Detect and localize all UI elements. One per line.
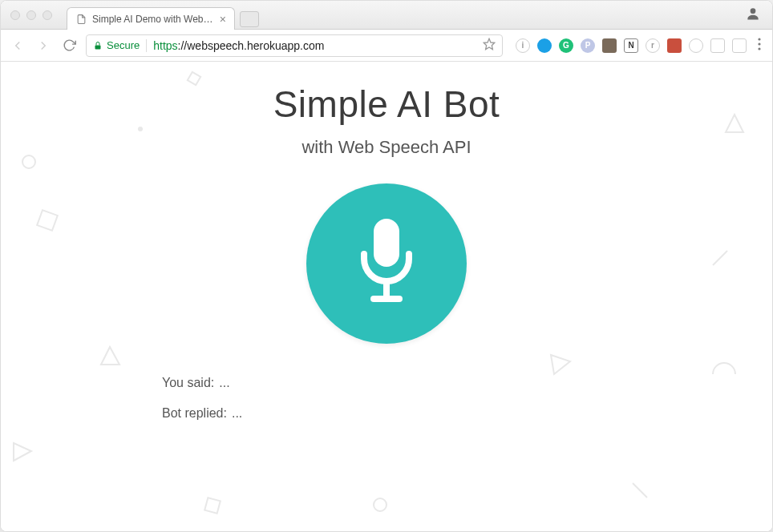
url-host: ://webspeech.herokuapp.com [178, 39, 325, 52]
back-button[interactable] [9, 37, 26, 54]
secure-indicator: Secure [93, 39, 140, 51]
tab-strip: Simple AI Demo with Web Spe... × [67, 1, 259, 29]
svg-rect-18 [374, 219, 399, 267]
you-said-value: ... [219, 376, 229, 390]
lock-icon [93, 41, 103, 50]
url-scheme: https [153, 39, 177, 52]
transcript-panel: You said: ... Bot replied: ... [162, 376, 611, 437]
cast-icon[interactable] [710, 38, 725, 53]
reload-button[interactable] [60, 37, 78, 54]
profile-icon[interactable] [745, 6, 761, 25]
ext-pin[interactable] [732, 38, 747, 53]
window-minimize-button[interactable] [26, 10, 36, 20]
bot-replied-label: Bot replied: [162, 406, 227, 421]
ext-r[interactable]: r [646, 38, 660, 53]
page-content: Simple AI Bot with Web Speech API You sa… [1, 62, 772, 531]
window-controls [10, 10, 52, 20]
ext-n[interactable]: N [624, 38, 638, 53]
page-viewport: Simple AI Bot with Web Speech API You sa… [1, 62, 772, 531]
ext-blue-dot[interactable] [537, 38, 552, 53]
divider [146, 39, 147, 52]
ext-p[interactable]: P [581, 38, 595, 53]
page-favicon-icon [75, 14, 87, 25]
toolbar: Secure https://webspeech.herokuapp.com i… [1, 30, 772, 62]
window-close-button[interactable] [10, 10, 20, 20]
extensions-row: iGPNr [516, 38, 747, 53]
page-title: Simple AI Bot [273, 83, 500, 126]
svg-marker-2 [484, 38, 494, 49]
tab-title: Simple AI Demo with Web Spe... [92, 14, 214, 25]
ext-octo[interactable] [689, 38, 703, 53]
tab-close-button[interactable]: × [220, 14, 226, 25]
secure-label: Secure [107, 39, 140, 51]
ext-pic[interactable] [602, 38, 617, 53]
microphone-button[interactable] [306, 183, 467, 344]
titlebar: Simple AI Demo with Web Spe... × [1, 1, 772, 30]
address-bar[interactable]: Secure https://webspeech.herokuapp.com [86, 34, 503, 57]
svg-point-3 [758, 38, 760, 40]
forward-button[interactable] [34, 37, 52, 54]
ext-red[interactable] [667, 38, 682, 53]
bot-replied-value: ... [232, 406, 242, 421]
you-said-row: You said: ... [162, 376, 611, 390]
window-maximize-button[interactable] [42, 10, 52, 20]
new-tab-button[interactable] [240, 11, 259, 27]
you-said-label: You said: [162, 376, 214, 390]
browser-window: Simple AI Demo with Web Spe... × Secure [0, 0, 773, 532]
svg-rect-1 [95, 45, 101, 49]
browser-menu-button[interactable] [755, 38, 764, 54]
ext-grammarly[interactable]: G [559, 38, 573, 53]
svg-point-0 [751, 8, 756, 14]
bot-replied-row: Bot replied: ... [162, 406, 611, 421]
info-icon[interactable]: i [516, 38, 530, 53]
url-text: https://webspeech.herokuapp.com [153, 39, 476, 52]
svg-point-5 [758, 47, 760, 50]
bookmark-star-icon[interactable] [483, 38, 496, 53]
tab-active[interactable]: Simple AI Demo with Web Spe... × [67, 7, 235, 30]
microphone-icon [346, 214, 427, 313]
svg-point-4 [758, 42, 760, 45]
page-subtitle: with Web Speech API [302, 137, 471, 158]
